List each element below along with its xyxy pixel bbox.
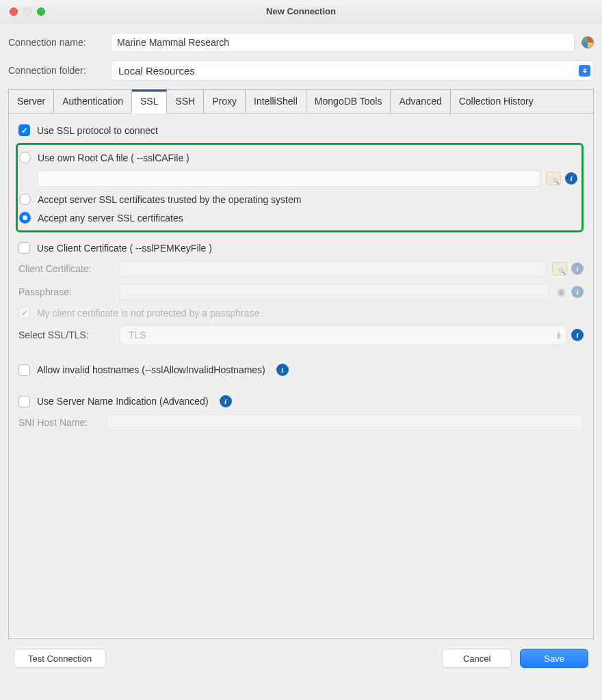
use-client-cert-checkbox[interactable] bbox=[18, 242, 30, 254]
info-icon[interactable]: i bbox=[565, 172, 577, 185]
footer: Test Connection Cancel Save bbox=[0, 639, 602, 677]
connection-folder-value: Local Resources bbox=[118, 65, 195, 77]
test-connection-button[interactable]: Test Connection bbox=[14, 649, 106, 668]
radio-accept-any[interactable] bbox=[19, 212, 31, 224]
color-picker-icon[interactable] bbox=[581, 36, 594, 49]
use-ssl-checkbox[interactable] bbox=[18, 124, 30, 136]
tab-authentication[interactable]: Authentication bbox=[54, 90, 132, 113]
radio-os-trusted[interactable] bbox=[19, 193, 31, 205]
window-title: New Connection bbox=[0, 6, 602, 16]
info-icon[interactable]: i bbox=[276, 364, 289, 376]
radio-own-ca[interactable] bbox=[19, 152, 31, 163]
tab-ssh[interactable]: SSH bbox=[167, 90, 204, 113]
eye-icon: ◉ bbox=[555, 286, 567, 298]
tabs: Server Authentication SSL SSH Proxy Inte… bbox=[8, 89, 594, 113]
info-icon[interactable]: i bbox=[571, 329, 584, 341]
tab-collection-history[interactable]: Collection History bbox=[451, 90, 593, 113]
info-icon: i bbox=[571, 262, 584, 275]
use-ssl-label: Use SSL protocol to connect bbox=[37, 125, 158, 136]
use-sni-checkbox[interactable] bbox=[18, 396, 30, 407]
connection-name-label: Connection name: bbox=[8, 37, 111, 48]
tab-mongodb-tools[interactable]: MongoDB Tools bbox=[306, 90, 391, 113]
tls-select-value: TLS bbox=[129, 329, 146, 340]
zoom-window-icon[interactable] bbox=[37, 8, 45, 16]
ca-file-input[interactable] bbox=[38, 170, 540, 187]
tls-select: TLS ▴▾ bbox=[120, 325, 567, 345]
passphrase-label: Passphrase: bbox=[18, 286, 120, 297]
sni-host-label: SNI Host Name: bbox=[18, 417, 106, 428]
radio-os-trusted-label: Accept server SSL certificates trusted b… bbox=[38, 194, 301, 205]
allow-invalid-hostnames-label: Allow invalid hostnames (--sslAllowInval… bbox=[37, 364, 265, 375]
allow-invalid-hostnames-checkbox[interactable] bbox=[18, 364, 30, 376]
titlebar: New Connection bbox=[0, 0, 602, 23]
sni-host-input bbox=[106, 414, 584, 431]
radio-own-ca-label: Use own Root CA file ( --sslCAFile ) bbox=[38, 152, 189, 163]
cancel-button[interactable]: Cancel bbox=[442, 649, 512, 668]
chevron-updown-icon bbox=[579, 65, 590, 77]
no-passphrase-checkbox bbox=[18, 307, 30, 319]
tab-proxy[interactable]: Proxy bbox=[204, 90, 246, 113]
tab-intellishell[interactable]: IntelliShell bbox=[246, 90, 306, 113]
client-cert-input bbox=[120, 260, 547, 277]
tab-server[interactable]: Server bbox=[9, 90, 54, 113]
connection-folder-select[interactable]: Local Resources bbox=[111, 60, 594, 81]
use-client-cert-label: Use Client Certificate ( --sslPEMKeyFile… bbox=[37, 243, 212, 254]
info-icon: i bbox=[571, 286, 584, 298]
radio-accept-any-label: Accept any server SSL certificates bbox=[38, 213, 183, 224]
browse-client-cert-icon bbox=[552, 262, 567, 275]
use-sni-label: Use Server Name Indication (Advanced) bbox=[37, 396, 209, 407]
cert-mode-highlight: Use own Root CA file ( --sslCAFile ) i A… bbox=[16, 143, 584, 232]
tab-advanced[interactable]: Advanced bbox=[391, 90, 450, 113]
info-icon[interactable]: i bbox=[220, 395, 232, 407]
minimize-window-icon bbox=[23, 8, 31, 16]
select-tls-label: Select SSL/TLS: bbox=[18, 329, 120, 340]
chevron-updown-icon: ▴▾ bbox=[557, 331, 561, 339]
close-window-icon[interactable] bbox=[10, 8, 18, 16]
passphrase-input bbox=[120, 284, 549, 300]
browse-ca-file-icon[interactable] bbox=[546, 172, 561, 185]
ssl-panel: Use SSL protocol to connect Use own Root… bbox=[8, 113, 594, 639]
client-cert-label: Client Certificate: bbox=[18, 263, 120, 274]
tab-ssl[interactable]: SSL bbox=[132, 90, 167, 113]
save-button[interactable]: Save bbox=[520, 649, 588, 668]
connection-folder-label: Connection folder: bbox=[8, 65, 111, 76]
connection-name-input[interactable] bbox=[111, 33, 575, 52]
no-passphrase-label: My client certificate is not protected b… bbox=[37, 308, 259, 319]
